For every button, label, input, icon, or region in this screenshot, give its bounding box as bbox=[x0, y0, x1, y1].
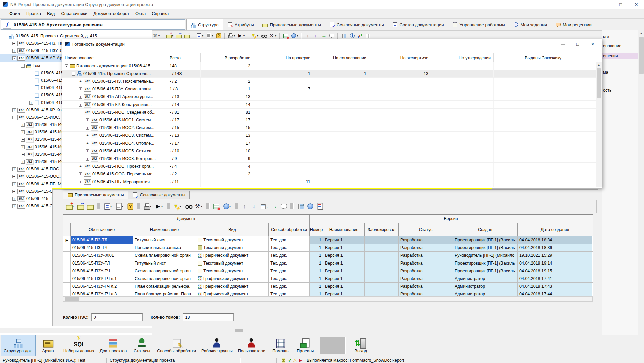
app-toolbar-item[interactable]: Наборы данных bbox=[61, 335, 97, 356]
toolbar-button[interactable]: ▾ bbox=[260, 203, 268, 210]
col-locked-by[interactable]: Заблокировал bbox=[365, 223, 399, 236]
toolbar-button[interactable]: ▾ bbox=[316, 203, 324, 210]
expander-icon[interactable]: + bbox=[21, 130, 25, 134]
toolbar-button[interactable]: ▾ bbox=[241, 203, 249, 210]
col-total[interactable]: Всего bbox=[167, 53, 201, 63]
toolbar-button[interactable]: ▾ bbox=[163, 33, 163, 39]
expander-icon[interactable]: + bbox=[12, 197, 16, 201]
expander-icon[interactable]: + bbox=[86, 134, 89, 137]
expander-icon[interactable]: + bbox=[86, 149, 89, 153]
col-in-development[interactable]: В разработке bbox=[201, 53, 253, 63]
main-horizontal-scrollbar[interactable] bbox=[0, 328, 477, 333]
toolbar-button[interactable]: ▾ bbox=[222, 203, 232, 210]
toolbar-button[interactable]: ▾ bbox=[184, 32, 190, 39]
dialog-maximize-button[interactable]: □ bbox=[570, 40, 585, 48]
expander-icon[interactable]: - bbox=[21, 64, 25, 68]
toolbar-button[interactable]: ▾ bbox=[126, 203, 134, 210]
navigator-icon[interactable]: ƒ bbox=[3, 21, 11, 29]
toolbar-button[interactable]: ▾ bbox=[304, 32, 311, 39]
col-on-expertise[interactable]: На экспертизе bbox=[369, 53, 431, 63]
app-toolbar-item[interactable]: Статусы bbox=[129, 335, 154, 356]
expander-icon[interactable]: + bbox=[12, 190, 16, 193]
app-toolbar-item[interactable]: Структура док. bbox=[1, 335, 36, 356]
expander-icon[interactable]: + bbox=[21, 153, 25, 156]
expander-icon[interactable]: + bbox=[12, 175, 16, 178]
col-created-by[interactable]: Создал bbox=[453, 223, 518, 236]
toolbar-button[interactable]: ▾ bbox=[152, 32, 160, 39]
dialog-row[interactable]: + И2 015/06-415-ИОС4. Отопле... - / 17 1… bbox=[62, 139, 596, 147]
toolbar-button[interactable]: ▾ bbox=[77, 203, 85, 210]
menu-item[interactable]: Справочники bbox=[58, 10, 90, 17]
table-row[interactable]: 015/06-415-ПЗУ-ГЧ л.2 План организации р… bbox=[63, 283, 593, 290]
toolbar-button[interactable]: ▾ bbox=[184, 203, 192, 210]
pes-count-field[interactable]: 0 bbox=[91, 313, 143, 321]
toolbar-button[interactable]: ▾ bbox=[301, 33, 302, 39]
menu-item[interactable]: Вид bbox=[44, 10, 58, 17]
expander-icon[interactable]: + bbox=[86, 126, 89, 130]
toolbar-button[interactable]: ▾ bbox=[282, 32, 289, 39]
toolbar-button[interactable]: ▾ bbox=[205, 32, 214, 39]
toolbar-button[interactable]: ▾ bbox=[215, 32, 222, 39]
toolbar-button[interactable]: ▾ bbox=[154, 203, 164, 210]
app-toolbar-item[interactable]: Способы обработки bbox=[154, 335, 199, 356]
toolbar-button[interactable]: ▾ bbox=[194, 203, 204, 210]
app-toolbar-item[interactable]: Выход bbox=[348, 335, 373, 356]
toolbar-button[interactable]: ▾ bbox=[137, 203, 140, 209]
toolbar-button[interactable]: ▾ bbox=[193, 33, 193, 39]
toolbar-button[interactable]: ▾ bbox=[224, 33, 225, 39]
toolbar-button[interactable]: ▾ bbox=[206, 203, 210, 209]
expander-icon[interactable]: + bbox=[79, 172, 82, 176]
expander-icon[interactable]: + bbox=[29, 101, 33, 105]
dialog-row[interactable]: + И1 015/06-415-КР. Конструктивн... - / … bbox=[62, 101, 596, 109]
col-status[interactable]: Статус bbox=[399, 223, 453, 236]
toolbar-button[interactable]: ▾ bbox=[196, 32, 204, 39]
col-designation[interactable]: Обозначение bbox=[71, 223, 133, 236]
dialog-row[interactable]: + И2 015/06-415-ИОС3. Систем... - / 13 1… bbox=[62, 132, 596, 139]
col-on-check[interactable]: На проверке bbox=[253, 53, 313, 63]
toolbar-button[interactable]: ▾ bbox=[65, 203, 75, 210]
menu-item[interactable]: Файл bbox=[6, 10, 23, 17]
expander-icon[interactable]: + bbox=[12, 182, 16, 186]
col-created-date[interactable]: Дата создания bbox=[518, 223, 592, 236]
menu-item[interactable]: Правка bbox=[23, 10, 44, 17]
toolbar-button[interactable]: ▾ bbox=[269, 32, 277, 39]
scrollbar-thumb[interactable] bbox=[639, 37, 644, 74]
dropdown-arrow-icon[interactable]: ▾ bbox=[243, 34, 245, 37]
table-row[interactable]: 015/06-415-ПЗ-ТЧ Пояснительная записка Т… bbox=[63, 244, 593, 252]
col-name[interactable]: Наименование bbox=[62, 53, 167, 63]
expander-icon[interactable]: + bbox=[79, 103, 82, 107]
main-tab[interactable]: Управление работами bbox=[448, 19, 509, 30]
toolbar-button[interactable]: ▾ bbox=[290, 32, 299, 39]
menu-item[interactable]: Документооборот bbox=[90, 10, 132, 17]
dialog-row[interactable]: + И1 015/06-415-АР. Архитектурны... - / … bbox=[62, 93, 596, 101]
toolbar-button[interactable]: ▾ bbox=[290, 203, 294, 209]
table-row[interactable]: ▶ 015/06-415-ПЗ-ТЛ Титульный лист Тексто… bbox=[63, 236, 593, 244]
toolbar-button[interactable]: ▾ bbox=[97, 203, 100, 209]
expander-icon[interactable]: + bbox=[86, 157, 89, 161]
col-issued[interactable]: Выданы Заказчику bbox=[494, 53, 564, 63]
dialog-row[interactable]: + И1 015/06-415-ПОС. Проект орга... - / … bbox=[62, 163, 596, 170]
toolbar-button[interactable]: ▾ bbox=[212, 203, 220, 210]
expander-icon[interactable]: + bbox=[12, 108, 16, 112]
expander-icon[interactable]: + bbox=[21, 145, 25, 149]
dropdown-arrow-icon[interactable]: ▾ bbox=[202, 34, 203, 37]
toolbar-button[interactable]: ▾ bbox=[235, 203, 238, 209]
toolbar-button[interactable]: ▾ bbox=[337, 33, 338, 39]
expander-icon[interactable]: + bbox=[79, 87, 82, 91]
app-toolbar-item[interactable]: Док. проектов bbox=[97, 335, 129, 356]
table-row[interactable]: 015/06-415-ПЗУ-0001 Схема планировочной … bbox=[63, 252, 593, 259]
toolbar-button[interactable]: ▾ bbox=[250, 203, 258, 210]
table-row[interactable]: 015/06-415-ПЗУ-ГЧ л.1 Схема планировочно… bbox=[63, 275, 593, 283]
scroll-up-icon[interactable]: ▲ bbox=[596, 62, 602, 68]
app-toolbar-item[interactable] bbox=[320, 337, 346, 354]
menu-item[interactable]: Окна bbox=[132, 10, 149, 17]
expander-icon[interactable]: + bbox=[79, 80, 82, 83]
dialog-vertical-scrollbar[interactable]: ▲ bbox=[596, 62, 602, 187]
dialog-row[interactable]: - И1 015/06-415-ИОС. Сведения об... - / … bbox=[62, 109, 596, 116]
dropdown-arrow-icon[interactable]: ▾ bbox=[275, 34, 276, 37]
toolbar-button[interactable]: ▾ bbox=[280, 203, 288, 210]
toolbar-button[interactable]: ▾ bbox=[143, 203, 153, 210]
toolbar-button[interactable]: ▾ bbox=[175, 32, 182, 39]
expander-icon[interactable]: + bbox=[79, 95, 82, 99]
toolbar-button[interactable]: ▾ bbox=[279, 33, 280, 39]
